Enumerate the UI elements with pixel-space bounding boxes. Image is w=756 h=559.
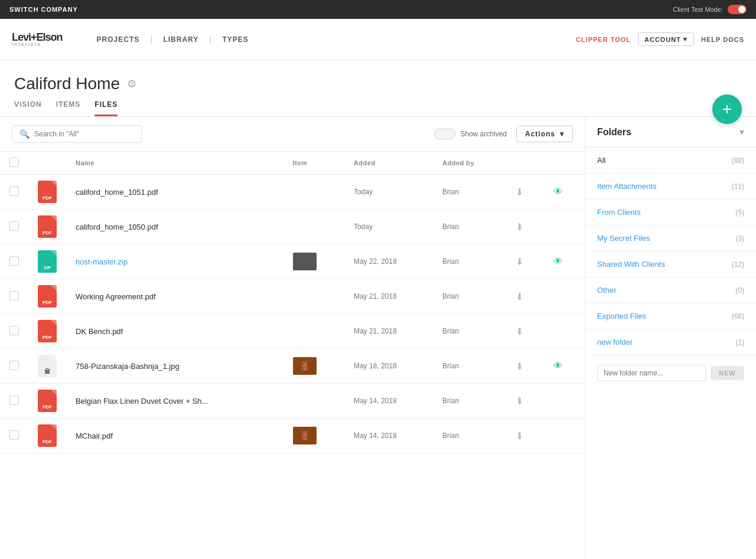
file-type-icon: PDF: [38, 390, 57, 412]
clipper-tool-link[interactable]: CLIPPER TOOL: [576, 36, 631, 43]
tab-vision[interactable]: VISION: [14, 100, 42, 116]
row-checkbox[interactable]: [9, 187, 19, 196]
main-layout: 🔍 Show archived Actions ▾ Name: [0, 117, 756, 559]
tab-files[interactable]: FILES: [94, 100, 118, 116]
file-added-date: May 22, 2018: [344, 244, 433, 279]
row-checkbox[interactable]: [9, 221, 19, 231]
add-button[interactable]: +: [712, 94, 742, 124]
folder-item[interactable]: All(88): [585, 148, 756, 174]
file-type-icon: ZIP: [38, 250, 57, 273]
folder-item[interactable]: Shared With Clients(12): [585, 251, 756, 277]
tab-items[interactable]: ITEMS: [56, 100, 81, 116]
row-checkbox[interactable]: [9, 430, 19, 440]
file-type-icon: PDF: [38, 181, 57, 203]
item-thumb-cell: 🛋: [284, 244, 344, 279]
folder-item[interactable]: Item Attachments(11): [585, 174, 756, 200]
preview-icon[interactable]: 👁: [553, 187, 563, 197]
folder-count-label: (68): [732, 312, 744, 321]
folder-item[interactable]: My Secret Files(3): [585, 225, 756, 251]
client-test-mode-label: Client Test Mode:: [673, 6, 723, 13]
file-type-icon: PDF: [38, 285, 57, 308]
folder-count-label: (11): [732, 182, 744, 191]
download-icon[interactable]: ⬇: [516, 431, 523, 441]
actions-chevron-icon: ▾: [560, 130, 564, 138]
folder-name-label: Exported Files: [597, 312, 646, 321]
files-area: 🔍 Show archived Actions ▾ Name: [0, 117, 585, 559]
settings-icon[interactable]: ⚙: [127, 77, 136, 90]
folder-item[interactable]: new folder(1): [585, 329, 756, 355]
help-docs-link[interactable]: HELP DOCS: [701, 36, 744, 43]
search-icon: 🔍: [19, 129, 30, 139]
sidebar-collapse-icon[interactable]: ▾: [739, 126, 744, 138]
download-icon[interactable]: ⬇: [516, 396, 523, 406]
account-button[interactable]: ACCOUNT ▾: [638, 32, 694, 46]
row-checkbox[interactable]: [9, 291, 19, 300]
nav-types[interactable]: TYPES: [211, 35, 259, 44]
download-icon[interactable]: ⬇: [516, 222, 523, 232]
nav-library[interactable]: LIBRARY: [152, 35, 209, 44]
folder-item[interactable]: From Clients(5): [585, 200, 756, 225]
file-added-date: May 21, 2018: [344, 314, 433, 349]
table-row: PDFDK Bench.pdfMay 21, 2018Brian⬇: [0, 314, 585, 349]
row-checkbox[interactable]: [9, 256, 19, 266]
folder-name-label: From Clients: [597, 208, 641, 217]
file-name: Belgian Flax Linen Duvet Cover + Sh...: [66, 384, 284, 419]
files-toolbar: 🔍 Show archived Actions ▾: [0, 117, 585, 152]
file-type-icon: PDF: [38, 215, 57, 238]
item-thumb-cell: 🚪: [284, 419, 344, 453]
page-title: Califord Home: [14, 74, 120, 93]
item-thumb-cell: [284, 314, 344, 349]
folders-sidebar: Folders ▾ All(88)Item Attachments(11)Fro…: [585, 117, 756, 559]
nav-projects[interactable]: PROJECTS: [86, 35, 151, 44]
row-checkbox[interactable]: [9, 395, 19, 405]
item-thumbnail: 🚪: [293, 427, 317, 444]
file-name: califord_home_1051.pdf: [66, 175, 284, 210]
file-type-icon: PDF: [38, 424, 57, 447]
download-icon[interactable]: ⬇: [516, 361, 523, 371]
folder-item[interactable]: Other(0): [585, 277, 756, 303]
file-added-by: Brian: [433, 279, 506, 314]
files-table: Name Item Added Added by PDFcaliford_hom…: [0, 152, 585, 559]
download-icon[interactable]: ⬇: [516, 257, 523, 267]
folder-name-label: My Secret Files: [597, 234, 650, 243]
new-folder-input[interactable]: [597, 365, 706, 381]
preview-icon[interactable]: 👁: [553, 361, 563, 371]
file-name-link[interactable]: host-master.zip: [76, 257, 128, 266]
col-added: Added: [344, 152, 433, 175]
preview-icon[interactable]: 👁: [553, 256, 563, 266]
top-bar-right: Client Test Mode:: [673, 5, 747, 14]
file-added-by: Brian: [433, 210, 506, 244]
table-row: ZIPhost-master.zip🛋May 22, 2018Brian⬇👁: [0, 244, 585, 279]
table-row: PDFMChair.pdf🚪May 14, 2018Brian⬇: [0, 419, 585, 453]
row-checkbox[interactable]: [9, 361, 19, 370]
folder-name-label: Other: [597, 286, 617, 295]
file-added-date: May 21, 2018: [344, 279, 433, 314]
nav-bar: Levi+Elson interiors PROJECTS | LIBRARY …: [0, 19, 756, 60]
download-icon[interactable]: ⬇: [516, 326, 523, 336]
actions-button[interactable]: Actions ▾: [516, 126, 573, 142]
file-added-date: May 18, 2018: [344, 349, 433, 384]
nav-links: PROJECTS | LIBRARY | TYPES: [86, 34, 576, 45]
folder-name-label: Shared With Clients: [597, 260, 665, 269]
col-name: Name: [66, 152, 284, 175]
row-checkbox[interactable]: [9, 326, 19, 335]
download-icon[interactable]: ⬇: [516, 187, 523, 197]
show-archived-toggle[interactable]: [434, 129, 455, 139]
download-icon[interactable]: ⬇: [516, 292, 523, 302]
file-type-icon: 🏛: [38, 355, 57, 377]
folder-count-label: (1): [735, 338, 744, 346]
folder-item[interactable]: Exported Files(68): [585, 303, 756, 329]
client-test-mode-toggle[interactable]: [728, 5, 747, 14]
folder-name-label: new folder: [597, 338, 633, 346]
file-added-by: Brian: [433, 419, 506, 453]
logo: Levi+Elson interiors: [12, 31, 63, 47]
search-input[interactable]: [34, 130, 134, 138]
file-added-date: May 14, 2018: [344, 419, 433, 453]
file-added-date: Today: [344, 210, 433, 244]
folder-count-label: (12): [732, 260, 744, 269]
file-name: 758-Pizanskaja-Bashnja_1.jpg: [66, 349, 284, 384]
show-archived-control: Show archived: [434, 129, 507, 139]
show-archived-label: Show archived: [460, 130, 507, 138]
new-folder-button[interactable]: NEW: [711, 366, 744, 380]
select-all-checkbox[interactable]: [9, 158, 19, 167]
